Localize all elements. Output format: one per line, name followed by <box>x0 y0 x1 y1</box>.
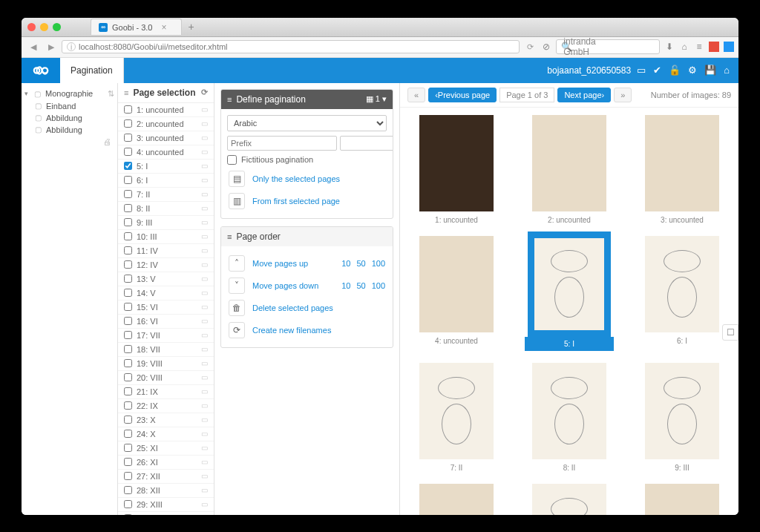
tree-print-icon[interactable]: 🖨 <box>103 137 111 146</box>
unlock-icon[interactable]: 🔓 <box>669 65 681 76</box>
page-item[interactable]: 16: VI▭ <box>118 315 214 329</box>
page-checkbox[interactable] <box>124 134 132 142</box>
menu-icon[interactable]: ≡ <box>694 42 704 52</box>
page-checkbox[interactable] <box>124 331 132 339</box>
page-checkbox[interactable] <box>124 430 132 438</box>
prev-page-button[interactable]: ‹ Previous page <box>428 88 497 102</box>
page-checkbox[interactable] <box>124 105 132 114</box>
browser-tab[interactable]: ∞ Goobi - 3.0 × <box>91 19 182 35</box>
page-checkbox[interactable] <box>124 246 132 254</box>
tree-action-icon[interactable]: ⇅ <box>108 89 114 99</box>
page-item[interactable]: 2: uncounted▭ <box>118 117 214 131</box>
home-app-icon[interactable]: ⌂ <box>724 65 730 76</box>
page-item[interactable]: 25: XI▭ <box>118 441 214 456</box>
thumbnail[interactable] <box>520 484 618 515</box>
new-tab-button[interactable]: + <box>182 19 200 35</box>
page-checkbox[interactable] <box>124 317 132 325</box>
page-checkbox[interactable] <box>124 444 132 452</box>
check-icon[interactable]: ✔ <box>653 65 661 76</box>
tree-item[interactable]: ▢Abbildung <box>35 124 114 136</box>
forward-button[interactable]: ▶ <box>44 41 59 53</box>
back-button[interactable]: ◀ <box>26 41 41 53</box>
save-icon[interactable]: 💾 <box>704 65 716 76</box>
value-input[interactable] <box>340 136 393 151</box>
page-item[interactable]: 11: IV▭ <box>118 244 214 258</box>
thumbnail[interactable]: 4: uncounted <box>407 236 505 351</box>
thumbnail[interactable]: 3: uncounted <box>633 115 731 224</box>
page-item[interactable]: 20: VIII▭ <box>118 371 214 385</box>
only-selected-action[interactable]: ▤ Only the selected pages <box>227 168 387 190</box>
page-checkbox[interactable] <box>124 162 132 170</box>
refresh-icon[interactable]: ⟳ <box>201 88 208 97</box>
page-checkbox[interactable] <box>124 119 132 128</box>
page-item[interactable]: 7: II▭ <box>118 188 214 202</box>
page-item[interactable]: 29: XIII▭ <box>118 498 214 512</box>
page-item[interactable]: 14: V▭ <box>118 286 214 301</box>
next-page-button[interactable]: Next page › <box>557 88 611 102</box>
page-item[interactable]: 17: VII▭ <box>118 329 214 343</box>
first-page-button[interactable]: « <box>407 88 425 102</box>
page-item[interactable]: 6: I▭ <box>118 174 214 188</box>
page-checkbox[interactable] <box>124 458 132 466</box>
close-window-icon[interactable] <box>27 23 36 31</box>
thumbnail[interactable]: 2: uncounted <box>520 115 618 224</box>
tree-root[interactable]: ▾ ▢ Monographie ⇅ <box>24 88 114 100</box>
thumbnail[interactable]: 5: I <box>520 236 618 351</box>
thumbnail[interactable]: 1: uncounted <box>407 115 505 224</box>
page-checkbox[interactable] <box>124 260 132 269</box>
page-item[interactable]: 5: I▭ <box>118 160 214 174</box>
extension2-icon[interactable] <box>724 42 734 52</box>
page-item[interactable]: 8: II▭ <box>118 202 214 216</box>
browser-search[interactable]: 🔍 intranda GmbH <box>556 39 660 54</box>
app-logo[interactable] <box>22 58 60 83</box>
page-item[interactable]: 18: VII▭ <box>118 343 214 357</box>
page-item[interactable]: 21: IX▭ <box>118 385 214 399</box>
page-checkbox[interactable] <box>124 373 132 381</box>
page-checkbox[interactable] <box>124 275 132 283</box>
move-down-action[interactable]: ˅ Move pages down 1050100 <box>227 275 387 297</box>
page-checkbox[interactable] <box>124 345 132 353</box>
page-item[interactable]: 19: VIII▭ <box>118 357 214 371</box>
page-item[interactable]: 23: X▭ <box>118 413 214 427</box>
thumbnail[interactable] <box>407 484 505 515</box>
fictitious-checkbox[interactable] <box>227 155 237 165</box>
page-checkbox[interactable] <box>124 359 132 367</box>
page-checkbox[interactable] <box>124 401 132 410</box>
page-checkbox[interactable] <box>124 416 132 424</box>
thumbnail[interactable]: 8: II <box>520 363 618 472</box>
thumbnail[interactable]: 7: II <box>407 363 505 472</box>
page-item[interactable]: 12: IV▭ <box>118 258 214 272</box>
tab-pagination[interactable]: Pagination <box>60 58 124 83</box>
zoom-window-icon[interactable] <box>53 23 61 31</box>
page-checkbox[interactable] <box>124 232 132 240</box>
fictitious-checkbox-row[interactable]: Fictitious pagination <box>227 155 387 165</box>
page-item[interactable]: 13: V▭ <box>118 272 214 286</box>
page-item[interactable]: 9: III▭ <box>118 216 214 230</box>
site-info-icon[interactable]: i <box>67 42 76 51</box>
last-page-button[interactable]: » <box>614 88 632 102</box>
from-first-action[interactable]: ▥ From first selected page <box>227 190 387 212</box>
tree-item[interactable]: ▢Abbildung <box>35 112 114 124</box>
delete-pages-action[interactable]: 🗑 Delete selected pages <box>227 297 387 319</box>
page-checkbox[interactable] <box>124 514 132 515</box>
page-checkbox[interactable] <box>124 176 132 184</box>
page-item[interactable]: 4: uncounted▭ <box>118 145 214 160</box>
reload-button[interactable]: ⟳ <box>522 41 538 53</box>
thumbnail[interactable]: 6: I <box>633 236 731 351</box>
page-item[interactable]: 10: III▭ <box>118 230 214 244</box>
pagination-format-select[interactable]: Arabic <box>227 115 387 131</box>
page-checkbox[interactable] <box>124 204 132 212</box>
image-icon[interactable]: ▭ <box>637 65 646 76</box>
move-up-action[interactable]: ˄ Move pages up 1050100 <box>227 252 387 275</box>
url-bar[interactable]: i localhost:8080/Goobi/uii/metseditor.xh… <box>62 40 520 53</box>
page-item[interactable]: 1: uncounted▭ <box>118 103 214 117</box>
page-checkbox[interactable] <box>124 387 132 395</box>
page-checkbox[interactable] <box>124 303 132 311</box>
thumbnail[interactable]: 9: III <box>633 363 731 472</box>
extension-icon[interactable] <box>709 42 719 52</box>
page-item[interactable]: 3: uncounted▭ <box>118 131 214 145</box>
prefix-input[interactable] <box>227 136 337 151</box>
thumbnail[interactable] <box>633 484 731 515</box>
gear-icon[interactable]: ⚙ <box>688 65 697 76</box>
page-item[interactable]: 27: XII▭ <box>118 470 214 484</box>
